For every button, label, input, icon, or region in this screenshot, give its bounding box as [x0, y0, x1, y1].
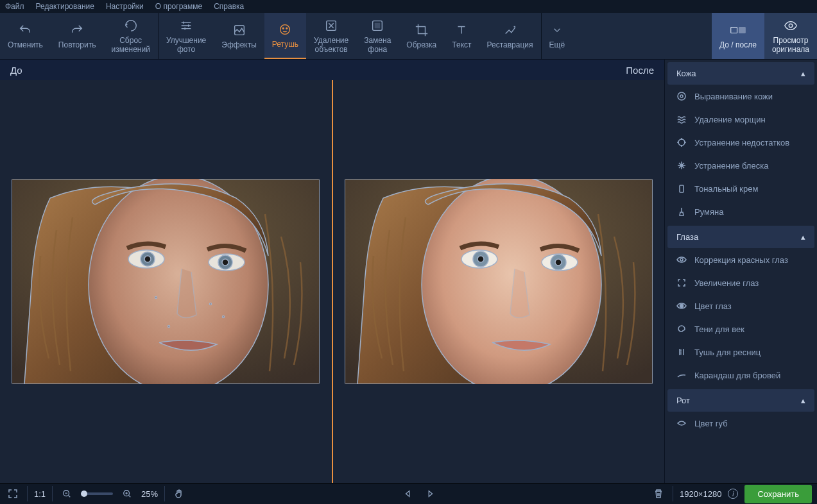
- svg-rect-7: [731, 28, 737, 33]
- before-pane[interactable]: [0, 80, 332, 483]
- svg-point-32: [678, 139, 685, 146]
- crop-button[interactable]: Обрезка: [399, 13, 444, 59]
- svg-point-35: [680, 305, 684, 308]
- view-original-button[interactable]: Просмотр оригинала: [764, 13, 817, 59]
- replace-bg-label: Замена фона: [364, 36, 391, 54]
- skin-title: Кожа: [676, 69, 696, 78]
- fullscreen-button[interactable]: [5, 486, 21, 501]
- retouch-button[interactable]: Ретушь: [264, 13, 306, 59]
- item-label: Устранение недостатков: [694, 138, 789, 147]
- svg-point-31: [680, 95, 683, 97]
- prev-button[interactable]: [400, 486, 416, 501]
- tool-mascara[interactable]: Тушь для ресниц: [667, 340, 814, 364]
- eye-color-icon: [676, 301, 687, 311]
- undo-button[interactable]: Отменить: [0, 13, 51, 59]
- tool-shine-removal[interactable]: Устранение блеска: [667, 154, 814, 177]
- after-photo: [345, 179, 653, 384]
- next-button[interactable]: [422, 486, 438, 501]
- after-label: После: [626, 65, 654, 76]
- svg-point-14: [144, 256, 151, 262]
- lips-icon: [676, 418, 687, 428]
- svg-point-26: [477, 256, 484, 262]
- info-button[interactable]: i: [728, 489, 738, 499]
- restore-label: Реставрация: [487, 40, 533, 49]
- sparkle-icon: [676, 160, 687, 171]
- face-icon: [277, 22, 293, 37]
- before-after-header: До После: [0, 60, 664, 80]
- restore-button[interactable]: Реставрация: [479, 13, 541, 59]
- brush-icon: [676, 206, 687, 217]
- sliders-icon: [178, 18, 194, 33]
- footer: 1:1 25% 1920×1280 i Сохранить: [0, 483, 817, 504]
- menu-settings[interactable]: Настройки: [106, 2, 144, 11]
- retouch-label: Ретушь: [272, 40, 298, 49]
- palette-icon: [676, 324, 687, 334]
- tool-eyeshadow[interactable]: Тени для век: [667, 317, 814, 340]
- tool-lip-color[interactable]: Цвет губ: [667, 412, 814, 435]
- reset-button[interactable]: Сброс изменений: [103, 13, 157, 59]
- panel-section-eyes[interactable]: Глаза ▴: [667, 226, 814, 248]
- hand-tool-button[interactable]: [171, 486, 187, 501]
- menu-edit[interactable]: Редактирование: [36, 2, 94, 11]
- eyes-title: Глаза: [676, 232, 698, 242]
- undo-icon: [17, 22, 33, 38]
- svg-rect-8: [739, 28, 745, 33]
- eye-icon: [676, 255, 687, 265]
- reset-label: Сброс изменений: [111, 36, 150, 54]
- redo-button[interactable]: Повторить: [51, 13, 104, 59]
- svg-point-19: [210, 303, 212, 305]
- effects-icon: [232, 22, 247, 38]
- svg-point-3: [286, 28, 288, 29]
- zoom-slider[interactable]: [81, 492, 113, 495]
- text-button[interactable]: Текст: [444, 13, 479, 59]
- item-label: Коррекция красных глаз: [694, 255, 788, 265]
- eye-icon: [783, 18, 798, 33]
- tool-red-eye[interactable]: Коррекция красных глаз: [667, 248, 814, 271]
- tool-wrinkle-removal[interactable]: Удаление морщин: [667, 108, 814, 131]
- svg-point-9: [789, 24, 793, 28]
- before-after-button[interactable]: До / после: [712, 13, 764, 59]
- svg-point-1: [280, 25, 290, 35]
- compare-view: [0, 80, 664, 483]
- reset-icon: [123, 18, 139, 33]
- redo-label: Повторить: [58, 40, 96, 49]
- svg-rect-6: [375, 23, 380, 28]
- replace-bg-icon: [370, 18, 385, 33]
- more-button[interactable]: Ещё: [542, 13, 573, 59]
- tube-icon: [676, 183, 687, 194]
- tool-eye-enlarge[interactable]: Увеличение глаз: [667, 271, 814, 294]
- panel-section-skin[interactable]: Кожа ▴: [667, 62, 814, 85]
- menu-file[interactable]: Файл: [5, 2, 24, 11]
- tool-foundation[interactable]: Тональный крем: [667, 177, 814, 200]
- svg-point-20: [168, 326, 170, 328]
- collapse-icon: ▴: [801, 396, 805, 405]
- crop-icon: [414, 22, 429, 38]
- tool-skin-smoothing[interactable]: Выравнивание кожи: [667, 85, 814, 108]
- svg-point-2: [283, 28, 284, 29]
- delete-button[interactable]: [651, 486, 666, 501]
- remove-objects-button[interactable]: Удаление объектов: [306, 13, 356, 59]
- item-label: Цвет губ: [694, 419, 728, 428]
- tool-eye-color[interactable]: Цвет глаз: [667, 294, 814, 317]
- text-label: Текст: [452, 40, 471, 49]
- view-original-label: Просмотр оригинала: [772, 36, 809, 54]
- zoom-actual-button[interactable]: 1:1: [34, 489, 46, 499]
- enhance-button[interactable]: Улучшение фото: [159, 13, 214, 59]
- replace-bg-button[interactable]: Замена фона: [356, 13, 399, 59]
- redo-icon: [69, 22, 85, 38]
- restore-icon: [503, 22, 518, 38]
- panel-section-mouth[interactable]: Рот ▴: [667, 389, 814, 412]
- tool-eyebrow-pencil[interactable]: Карандаш для бровей: [667, 364, 814, 387]
- tool-blush[interactable]: Румяна: [667, 200, 814, 223]
- effects-label: Эффекты: [221, 40, 257, 49]
- save-button[interactable]: Сохранить: [744, 485, 812, 503]
- menu-about[interactable]: О программе: [155, 2, 202, 11]
- tool-blemish-removal[interactable]: Устранение недостатков: [667, 131, 814, 154]
- collapse-icon: ▴: [801, 232, 805, 242]
- remove-icon: [323, 18, 339, 33]
- zoom-in-button[interactable]: [119, 486, 135, 501]
- zoom-out-button[interactable]: [59, 486, 74, 501]
- effects-button[interactable]: Эффекты: [214, 13, 264, 59]
- after-pane[interactable]: [333, 80, 665, 483]
- menu-help[interactable]: Справка: [214, 2, 244, 11]
